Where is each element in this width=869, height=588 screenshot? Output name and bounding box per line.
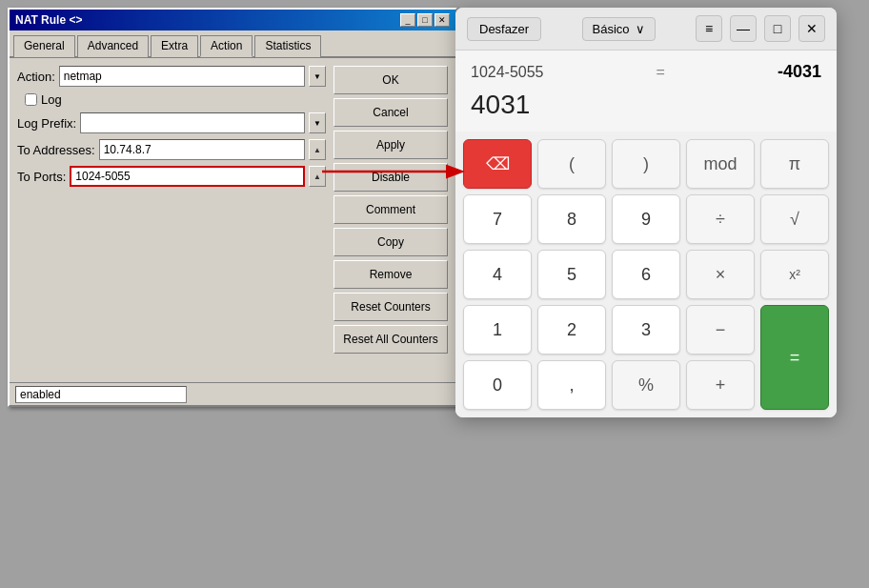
to-addresses-input[interactable] bbox=[99, 139, 305, 160]
to-ports-row: To Ports: ▲ bbox=[17, 166, 326, 187]
action-row: Action: ▼ bbox=[17, 66, 326, 87]
cancel-button[interactable]: Cancel bbox=[333, 98, 448, 127]
sqrt-button[interactable]: √ bbox=[760, 194, 829, 244]
log-prefix-label: Log Prefix: bbox=[17, 116, 76, 131]
add-button[interactable]: + bbox=[686, 360, 755, 410]
status-text: enabled bbox=[15, 386, 187, 403]
calc-menu-button[interactable]: ≡ bbox=[696, 15, 722, 42]
calc-result: -4031 bbox=[778, 62, 821, 82]
copy-button[interactable]: Copy bbox=[333, 228, 448, 256]
calc-titlebar: Desfazer Básico ∨ ≡ — □ ✕ bbox=[455, 8, 837, 51]
log-prefix-dropdown[interactable]: ▼ bbox=[309, 112, 326, 133]
calc-buttons-grid: ⌫ ( ) mod π 7 8 9 ÷ √ 4 5 6 × x² 1 2 3 −… bbox=[455, 132, 837, 417]
right-panel: OK Cancel Apply Disable Comment Copy Rem… bbox=[333, 66, 448, 375]
calc-expression-row: 1024-5055 = -4031 bbox=[471, 62, 821, 82]
action-label: Action: bbox=[17, 70, 55, 84]
mode-label: Básico bbox=[593, 22, 630, 36]
mode-chevron-icon: ∨ bbox=[636, 22, 645, 36]
minimize-button[interactable]: _ bbox=[400, 13, 415, 27]
action-input[interactable] bbox=[59, 66, 305, 87]
log-label: Log bbox=[41, 92, 62, 107]
calc-expression-text: 1024-5055 bbox=[471, 64, 544, 81]
reset-counters-button[interactable]: Reset Counters bbox=[333, 293, 448, 321]
six-button[interactable]: 6 bbox=[612, 250, 680, 299]
mod-button[interactable]: mod bbox=[686, 139, 755, 189]
apply-button[interactable]: Apply bbox=[333, 131, 448, 159]
equals-button[interactable]: = bbox=[760, 305, 829, 410]
to-ports-input[interactable] bbox=[70, 166, 305, 187]
to-addresses-label: To Addresses: bbox=[17, 143, 95, 157]
comment-button[interactable]: Comment bbox=[333, 195, 448, 224]
log-prefix-row: Log Prefix: ▼ bbox=[17, 112, 326, 133]
comma-button[interactable]: , bbox=[537, 360, 606, 410]
log-checkbox[interactable] bbox=[25, 93, 37, 106]
tab-statistics[interactable]: Statistics bbox=[254, 35, 321, 57]
calc-minimize-button[interactable]: — bbox=[730, 15, 757, 42]
calc-display: 1024-5055 = -4031 4031 bbox=[455, 51, 837, 132]
nat-title: NAT Rule <> bbox=[15, 13, 82, 27]
multiply-button[interactable]: × bbox=[686, 250, 755, 299]
undo-button[interactable]: Desfazer bbox=[467, 17, 541, 41]
to-ports-label: To Ports: bbox=[17, 170, 66, 184]
tab-bar: General Advanced Extra Action Statistics bbox=[10, 30, 455, 58]
calc-titlebar-right: ≡ — □ ✕ bbox=[696, 15, 825, 42]
nine-button[interactable]: 9 bbox=[612, 194, 680, 244]
nat-content: Action: ▼ Log Log Prefix: ▼ To Addresses… bbox=[10, 58, 455, 382]
subtract-button[interactable]: − bbox=[686, 305, 755, 355]
calc-maximize-button[interactable]: □ bbox=[764, 15, 791, 42]
to-addresses-row: To Addresses: ▲ bbox=[17, 139, 326, 160]
calc-current-value: 4031 bbox=[471, 86, 821, 124]
log-prefix-input[interactable] bbox=[80, 112, 305, 133]
titlebar-buttons: _ □ ✕ bbox=[400, 13, 450, 27]
zero-button[interactable]: 0 bbox=[463, 360, 532, 410]
tab-action[interactable]: Action bbox=[200, 35, 253, 57]
tab-advanced[interactable]: Advanced bbox=[77, 35, 149, 57]
nat-titlebar: NAT Rule <> _ □ ✕ bbox=[10, 10, 455, 30]
log-row: Log bbox=[17, 92, 326, 107]
percent-button[interactable]: % bbox=[612, 360, 680, 410]
calc-close-button[interactable]: ✕ bbox=[798, 15, 825, 42]
three-button[interactable]: 3 bbox=[612, 305, 680, 355]
to-addresses-up-arrow[interactable]: ▲ bbox=[309, 139, 326, 160]
disable-button[interactable]: Disable bbox=[333, 163, 448, 192]
eight-button[interactable]: 8 bbox=[537, 194, 606, 244]
divide-button[interactable]: ÷ bbox=[686, 194, 755, 244]
five-button[interactable]: 5 bbox=[537, 250, 606, 299]
left-panel: Action: ▼ Log Log Prefix: ▼ To Addresses… bbox=[17, 66, 326, 375]
close-button[interactable]: ✕ bbox=[434, 13, 450, 27]
calc-equals-sign: = bbox=[657, 64, 665, 81]
tab-general[interactable]: General bbox=[13, 35, 75, 57]
one-button[interactable]: 1 bbox=[463, 305, 532, 355]
close-paren-button[interactable]: ) bbox=[612, 139, 680, 189]
square-button[interactable]: x² bbox=[760, 250, 829, 299]
seven-button[interactable]: 7 bbox=[463, 194, 532, 244]
status-bar: enabled bbox=[10, 382, 455, 405]
open-paren-button[interactable]: ( bbox=[537, 139, 606, 189]
mode-selector[interactable]: Básico ∨ bbox=[582, 17, 656, 41]
remove-button[interactable]: Remove bbox=[333, 260, 448, 289]
four-button[interactable]: 4 bbox=[463, 250, 532, 299]
two-button[interactable]: 2 bbox=[537, 305, 606, 355]
pi-button[interactable]: π bbox=[760, 139, 829, 189]
reset-all-counters-button[interactable]: Reset All Counters bbox=[333, 325, 448, 354]
tab-extra[interactable]: Extra bbox=[151, 35, 198, 57]
maximize-button[interactable]: □ bbox=[417, 13, 433, 27]
ok-button[interactable]: OK bbox=[333, 66, 448, 94]
nat-rule-window: NAT Rule <> _ □ ✕ General Advanced Extra… bbox=[8, 8, 457, 407]
calculator-window: Desfazer Básico ∨ ≡ — □ ✕ 1024-5055 = -4… bbox=[455, 8, 837, 417]
to-ports-up-arrow[interactable]: ▲ bbox=[309, 166, 326, 187]
backspace-button[interactable]: ⌫ bbox=[463, 139, 532, 189]
action-dropdown-arrow[interactable]: ▼ bbox=[309, 66, 326, 87]
